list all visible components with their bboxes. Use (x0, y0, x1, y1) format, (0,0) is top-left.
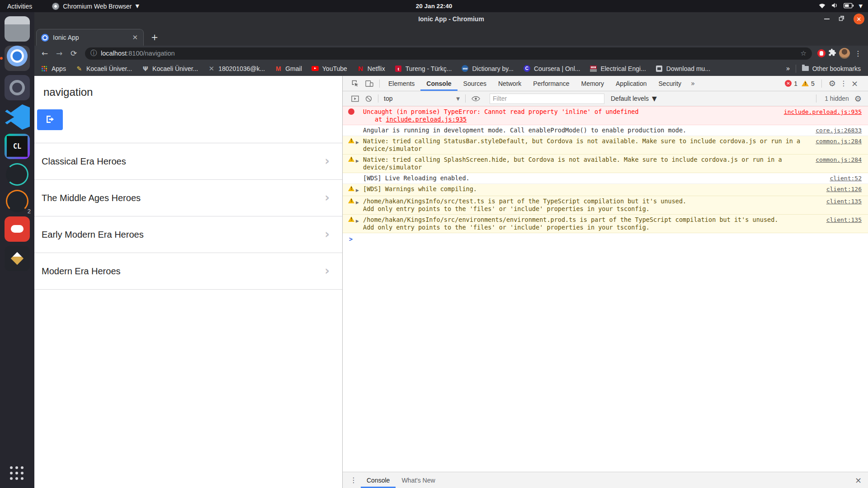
devtools-close-icon[interactable]: × (851, 79, 858, 88)
dock-item-clion[interactable]: CL (5, 134, 30, 159)
tab-security[interactable]: Security (653, 76, 688, 91)
drawer-menu-icon[interactable]: ⋮ (346, 476, 361, 484)
extensions-puzzle-icon[interactable] (828, 48, 836, 58)
address-bar[interactable]: ⓘ localhost :8100/navigation ☆ (85, 47, 812, 60)
tab-performance[interactable]: Performance (527, 76, 575, 91)
console-filter-input[interactable] (490, 94, 604, 104)
source-link[interactable]: core.js:26833 (816, 127, 862, 134)
source-link[interactable]: common.js:284 (816, 137, 862, 145)
tab-network[interactable]: Network (492, 76, 527, 91)
console-settings-icon[interactable]: ⚙ (854, 94, 862, 103)
browser-toolbar: ← → ⟳ ⓘ localhost :8100/navigation ☆ ⋮ (34, 46, 868, 61)
list-item-early-modern[interactable]: Early Modern Era Heroes › (34, 216, 342, 253)
tab-elements[interactable]: Elements (382, 76, 420, 91)
bookmark-kocaeli-1[interactable]: ✎Kocaeli Üniver... (75, 65, 132, 72)
source-link[interactable]: common.js:284 (816, 156, 862, 164)
bookmark-tureng[interactable]: tTureng - Türkç... (395, 65, 452, 72)
focused-app-menu[interactable]: Chromium Web Browser ▼ (52, 3, 139, 10)
bookmarks-overflow-chevron[interactable]: » (786, 65, 790, 73)
tab-close-icon[interactable]: ✕ (131, 33, 139, 42)
bookmark-netflix[interactable]: NNetflix (357, 65, 385, 72)
drawer-tab-console[interactable]: Console (361, 472, 396, 488)
bookmark-download[interactable]: Download mu... (656, 65, 710, 72)
tab-application[interactable]: Application (610, 76, 653, 91)
drawer-tab-whats-new[interactable]: What's New (396, 472, 441, 488)
system-status-area[interactable]: ▼ (818, 2, 868, 10)
browser-tab[interactable]: Ionic App ✕ (36, 29, 144, 46)
minimize-button[interactable] (824, 19, 830, 19)
show-applications-button[interactable] (10, 466, 24, 481)
tab-memory[interactable]: Memory (575, 76, 610, 91)
exit-button[interactable] (37, 109, 63, 130)
console-prompt[interactable]: > (343, 233, 868, 245)
log-levels-selector[interactable]: Default levels ▼ (611, 95, 657, 102)
dock-item-mendeley[interactable] (5, 216, 30, 242)
console-message-warning: [WDS] Warnings while compiling. client:1… (343, 184, 868, 196)
dock-item-app-teal-ring[interactable] (6, 163, 28, 186)
expand-arrow-icon[interactable] (356, 216, 363, 225)
expand-arrow-icon[interactable] (356, 185, 363, 194)
devtools-menu-icon[interactable]: ⋮ (840, 79, 847, 88)
list-item-classical[interactable]: Classical Era Heroes › (34, 143, 342, 180)
source-link[interactable]: include.preload.js:935 (784, 108, 862, 116)
tab-sources[interactable]: Sources (458, 76, 492, 91)
back-button[interactable]: ← (39, 47, 51, 59)
dock-item-files[interactable] (5, 16, 30, 42)
bookmark-star-icon[interactable]: ☆ (801, 49, 807, 57)
device-toolbar-icon[interactable] (362, 80, 377, 87)
source-link[interactable]: client:52 (830, 174, 862, 182)
source-link[interactable]: client:126 (826, 185, 862, 193)
devtools-panel: Elements Console Sources Network Perform… (342, 76, 868, 488)
new-tab-button[interactable]: + (148, 31, 161, 43)
bookmark-mail[interactable]: ✕180201036@k... (208, 65, 265, 72)
url-path: :8100/navigation (127, 50, 175, 57)
source-link[interactable]: client:135 (826, 216, 862, 224)
bookmark-youtube[interactable]: YouTube (311, 65, 347, 72)
bookmark-coursera[interactable]: CCoursera | Onl... (523, 65, 580, 72)
bookmark-mit-ocw[interactable]: Electrical Engi... (590, 65, 646, 72)
site-info-icon[interactable]: ⓘ (90, 49, 97, 57)
dock-item-chromium[interactable] (5, 46, 30, 71)
bookmark-dictionary[interactable]: MWDictionary by... (461, 65, 514, 72)
devtools-tabs-overflow[interactable]: » (687, 80, 698, 88)
list-item-modern[interactable]: Modern Era Heroes › (34, 253, 342, 290)
activities-button[interactable]: Activities (0, 0, 39, 12)
clear-console-icon[interactable] (362, 95, 375, 102)
tab-console[interactable]: Console (420, 76, 457, 91)
expand-arrow-icon[interactable] (356, 197, 363, 206)
browser-menu-icon[interactable]: ⋮ (853, 49, 863, 58)
tureng-icon: t (395, 66, 401, 72)
stack-link[interactable]: include.preload.js:935 (386, 116, 467, 123)
devtools-settings-icon[interactable]: ⚙ (829, 79, 836, 88)
dock-item-app-gold[interactable] (5, 246, 30, 271)
clock[interactable]: 20 Jan 22:40 (416, 3, 452, 9)
forward-button[interactable]: → (53, 47, 65, 59)
live-expression-eye-icon[interactable] (468, 96, 483, 102)
tab-title: Ionic App (53, 34, 131, 41)
source-link[interactable]: client:135 (826, 197, 862, 205)
drawer-close-icon[interactable]: × (855, 475, 862, 485)
list-item-middle-ages[interactable]: The Middle Ages Heroes › (34, 180, 342, 216)
restore-button[interactable] (839, 15, 844, 23)
expand-arrow-icon[interactable] (356, 137, 363, 146)
bookmark-gmail[interactable]: MGmail (274, 65, 302, 72)
profile-avatar[interactable] (839, 48, 850, 59)
warning-badge-icon[interactable] (802, 80, 809, 86)
reload-button[interactable]: ⟳ (68, 47, 80, 59)
other-bookmarks-button[interactable]: Other bookmarks (802, 65, 861, 72)
context-selector[interactable]: top ▼ (384, 95, 460, 102)
bookmark-apps[interactable]: Apps (42, 65, 66, 72)
dock-item-app-orange-ring[interactable]: 2 (6, 190, 28, 212)
error-badge-icon[interactable]: ✕ (785, 80, 792, 87)
dock-item-vscode[interactable] (5, 104, 30, 130)
close-button[interactable]: ✕ (854, 14, 864, 24)
console-sidebar-icon[interactable] (348, 95, 362, 102)
chromium-window: Ionic App - Chromium ✕ Ionic App ✕ + ← →… (34, 12, 868, 488)
adblock-extension-icon[interactable] (817, 49, 826, 57)
bookmark-kocaeli-2[interactable]: ΨKocaeli Üniver... (142, 65, 198, 72)
message-text: [WDS] Warnings while compiling. (363, 185, 820, 193)
inspect-element-icon[interactable] (348, 80, 362, 87)
dock-item-app-grey-circle[interactable] (5, 75, 30, 100)
page-title: navigation (43, 86, 342, 99)
expand-arrow-icon[interactable] (356, 156, 363, 165)
